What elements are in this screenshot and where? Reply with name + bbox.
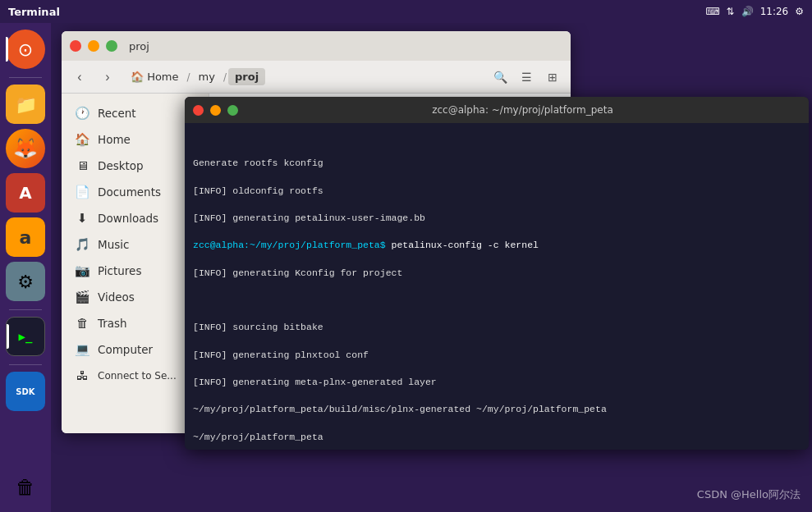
- launcher-icon-terminal[interactable]: ▶_: [6, 317, 45, 356]
- file-manager-toolbar: ‹ › 🏠 Home / my / proj 🔍 ☰ ⊞: [62, 61, 571, 94]
- launcher-divider-2: [9, 309, 42, 310]
- terminal-titlebar: zcc@alpha: ~/my/proj/platform_peta: [185, 97, 809, 123]
- launcher-icon-settings[interactable]: ⚙: [6, 262, 45, 301]
- term-line-9: [INFO] generating meta-plnx-generated la…: [193, 376, 801, 390]
- launcher-icon-firefox[interactable]: 🦊: [6, 129, 45, 168]
- connect-icon: 🖧: [75, 368, 89, 383]
- file-manager-title: proj: [129, 40, 149, 53]
- top-bar: Terminal ⌨ ⇅ 🔊 11:26 ⚙: [0, 0, 812, 23]
- sidebar-label-music: Music: [98, 238, 129, 251]
- breadcrumb-my[interactable]: my: [192, 68, 222, 85]
- launcher-icon-sdk[interactable]: SDK: [6, 372, 45, 411]
- sidebar-label-trash: Trash: [98, 317, 127, 330]
- launcher-divider-1: [9, 77, 42, 78]
- downloads-icon: ⬇: [75, 211, 89, 226]
- list-view-button[interactable]: ☰: [515, 66, 538, 89]
- sidebar-label-videos: Videos: [98, 290, 135, 304]
- terminal-body[interactable]: Generate rootfs kconfig [INFO] oldconfig…: [185, 123, 809, 450]
- desktop-icon: 🖥: [75, 158, 89, 173]
- music-icon: 🎵: [75, 237, 89, 252]
- launcher: ⊙ 📁 🦊 A a ⚙ ▶_ SDK 🗑: [0, 23, 51, 512]
- pictures-icon: 📷: [75, 263, 89, 278]
- top-bar-title: Terminal: [8, 6, 60, 18]
- documents-icon: 📄: [75, 185, 89, 199]
- top-bar-right: ⌨ ⇅ 🔊 11:26 ⚙: [705, 6, 804, 17]
- sidebar-label-downloads: Downloads: [98, 212, 158, 225]
- term-line-10: ~/my/proj/platform_peta/build/misc/plnx-…: [193, 403, 801, 417]
- term-line-4: zcc@alpha:~/my/proj/platform_peta$ petal…: [193, 239, 801, 253]
- terminal-title: zcc@alpha: ~/my/proj/platform_peta: [245, 104, 801, 116]
- launcher-icon-files[interactable]: 📁: [6, 85, 45, 124]
- terminal-maximize-button[interactable]: [227, 105, 238, 116]
- terminal-close-button[interactable]: [193, 105, 204, 116]
- launcher-icon-amazon[interactable]: a: [6, 217, 45, 257]
- toolbar-right: 🔍 ☰ ⊞: [489, 66, 564, 89]
- breadcrumb-proj[interactable]: proj: [228, 68, 265, 85]
- breadcrumb: 🏠 Home / my / proj: [124, 68, 484, 85]
- term-line-2: [INFO] oldconfig rootfs: [193, 185, 801, 199]
- recent-icon: 🕐: [75, 106, 89, 121]
- file-manager-minimize-button[interactable]: [88, 40, 99, 52]
- computer-icon: 💻: [75, 342, 89, 357]
- sidebar-label-pictures: Pictures: [98, 264, 141, 277]
- settings-icon: ⚙: [795, 6, 804, 17]
- sidebar-label-documents: Documents: [98, 185, 161, 199]
- launcher-icon-trash[interactable]: 🗑: [6, 468, 45, 507]
- term-line-5: [INFO] generating Kconfig for project: [193, 267, 801, 281]
- term-line-1: Generate rootfs kconfig: [193, 157, 801, 171]
- sidebar-label-desktop: Desktop: [98, 159, 144, 172]
- back-button[interactable]: ‹: [68, 66, 91, 89]
- breadcrumb-home[interactable]: 🏠 Home: [124, 68, 186, 85]
- file-manager-maximize-button[interactable]: [106, 40, 117, 52]
- file-manager-close-button[interactable]: [70, 40, 81, 52]
- file-manager-titlebar: proj: [62, 31, 571, 61]
- launcher-icon-text-editor[interactable]: A: [6, 173, 45, 213]
- videos-icon: 🎬: [75, 290, 89, 304]
- keyboard-icon: ⌨: [705, 6, 719, 17]
- clock: 11:26: [760, 6, 789, 17]
- terminal-window: zcc@alpha: ~/my/proj/platform_peta Gener…: [185, 97, 809, 450]
- term-line-3: [INFO] generating petalinux-user-image.b…: [193, 212, 801, 226]
- sidebar-label-computer: Computer: [98, 343, 153, 356]
- sidebar-label-connect: Connect to Se...: [98, 370, 177, 382]
- home-icon: 🏠: [75, 132, 89, 147]
- term-line-8: [INFO] generating plnxtool conf: [193, 349, 801, 363]
- term-line-11: ~/my/proj/platform_peta: [193, 431, 801, 445]
- search-button[interactable]: 🔍: [489, 66, 512, 89]
- volume-icon: 🔊: [741, 6, 754, 17]
- sidebar-label-home: Home: [98, 133, 131, 146]
- battery-status: ⇅: [727, 6, 735, 17]
- launcher-divider-3: [9, 364, 42, 365]
- grid-view-button[interactable]: ⊞: [541, 66, 564, 89]
- trash-icon-sidebar: 🗑: [75, 316, 89, 331]
- watermark: CSDN @Hello阿尔法: [697, 487, 801, 502]
- launcher-icon-ubuntu[interactable]: ⊙: [6, 30, 45, 69]
- term-line-6: [193, 294, 801, 308]
- terminal-minimize-button[interactable]: [210, 105, 221, 116]
- term-line-7: [INFO] sourcing bitbake: [193, 321, 801, 335]
- sidebar-label-recent: Recent: [98, 107, 136, 120]
- forward-button[interactable]: ›: [96, 66, 119, 89]
